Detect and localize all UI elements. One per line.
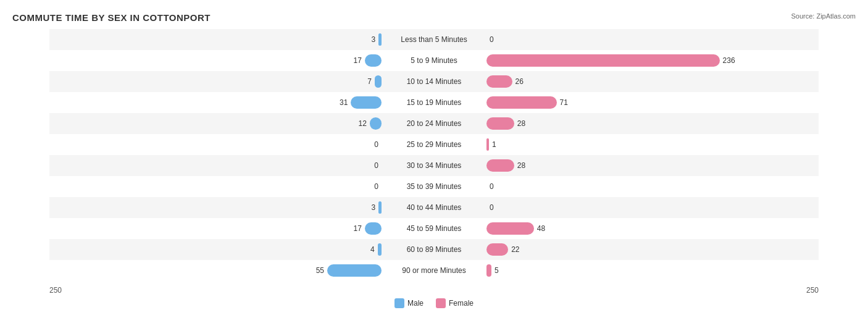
row-inner: 15 to 19 Minutes 31 71 xyxy=(49,92,819,113)
female-value: 71 xyxy=(560,98,568,107)
male-bar-container: 0 xyxy=(374,161,382,170)
row-label: 45 to 59 Minutes xyxy=(407,224,462,233)
row-inner: Less than 5 Minutes 3 0 xyxy=(49,29,819,50)
row-inner: 90 or more Minutes 55 5 xyxy=(49,260,819,281)
row-label: 15 to 19 Minutes xyxy=(407,98,462,107)
female-value: 0 xyxy=(490,182,494,191)
male-bar xyxy=(370,117,382,130)
male-bar xyxy=(375,75,382,88)
row-label: Less than 5 Minutes xyxy=(401,35,467,44)
female-bar-container: 236 xyxy=(486,54,735,67)
female-bar xyxy=(486,159,514,172)
female-value: 26 xyxy=(515,77,524,86)
female-bar xyxy=(486,117,514,130)
male-bar xyxy=(327,264,382,277)
female-bar xyxy=(486,222,534,235)
male-value: 7 xyxy=(367,77,372,86)
male-bar-container: 55 xyxy=(316,264,382,277)
legend: Male Female xyxy=(12,298,856,308)
male-bar xyxy=(351,96,382,109)
male-bar-container: 3 xyxy=(372,33,382,46)
chart-row: 30 to 34 Minutes 0 28 xyxy=(49,155,819,176)
male-bar-container: 3 xyxy=(372,201,382,214)
female-bar xyxy=(486,75,512,88)
male-value: 3 xyxy=(372,203,376,212)
legend-female-box xyxy=(436,298,446,308)
row-label: 90 or more Minutes xyxy=(402,266,465,275)
male-bar-container: 4 xyxy=(370,243,382,256)
chart-row: 10 to 14 Minutes 7 26 xyxy=(49,71,819,92)
axis-right: 250 xyxy=(806,286,819,295)
row-label: 20 to 24 Minutes xyxy=(407,119,462,128)
female-value: 48 xyxy=(537,224,545,233)
female-bar xyxy=(486,54,720,67)
male-value: 0 xyxy=(374,161,378,170)
male-bar xyxy=(365,54,382,67)
male-value: 12 xyxy=(358,119,366,128)
female-value: 1 xyxy=(492,140,496,149)
row-label: 40 to 44 Minutes xyxy=(407,203,462,212)
male-value: 4 xyxy=(370,245,375,254)
male-value: 3 xyxy=(372,35,376,44)
female-value: 0 xyxy=(490,35,494,44)
male-value: 17 xyxy=(353,224,361,233)
row-inner: 30 to 34 Minutes 0 28 xyxy=(49,155,819,176)
female-bar-container: 26 xyxy=(486,75,524,88)
chart-row: 60 to 89 Minutes 4 22 xyxy=(49,239,819,260)
row-label: 35 to 39 Minutes xyxy=(407,182,462,191)
chart-row: 5 to 9 Minutes 17 236 xyxy=(49,50,819,71)
chart-row: 25 to 29 Minutes 0 1 xyxy=(49,134,819,155)
female-bar-container: 0 xyxy=(486,203,494,212)
male-bar-container: 12 xyxy=(358,117,382,130)
male-value: 0 xyxy=(374,182,378,191)
chart-row: 20 to 24 Minutes 12 28 xyxy=(49,113,819,134)
male-bar xyxy=(378,33,382,46)
row-inner: 45 to 59 Minutes 17 48 xyxy=(49,218,819,239)
legend-male-box xyxy=(394,298,404,308)
row-label: 10 to 14 Minutes xyxy=(407,77,462,86)
female-bar xyxy=(486,243,508,256)
row-inner: 40 to 44 Minutes 3 0 xyxy=(49,197,819,218)
row-label: 25 to 29 Minutes xyxy=(407,140,462,149)
legend-male: Male xyxy=(394,298,424,308)
legend-male-label: Male xyxy=(407,299,424,308)
row-label: 5 to 9 Minutes xyxy=(411,56,457,65)
male-value: 55 xyxy=(316,266,324,275)
row-inner: 35 to 39 Minutes 0 0 xyxy=(49,176,819,197)
female-bar-container: 1 xyxy=(486,138,496,151)
male-bar-container: 31 xyxy=(340,96,382,109)
female-bar-container: 22 xyxy=(486,243,520,256)
female-value: 28 xyxy=(517,161,525,170)
row-inner: 5 to 9 Minutes 17 236 xyxy=(49,50,819,71)
female-value: 28 xyxy=(517,119,525,128)
male-bar-container: 0 xyxy=(374,140,382,149)
row-inner: 25 to 29 Minutes 0 1 xyxy=(49,134,819,155)
female-value: 22 xyxy=(511,245,519,254)
chart-row: 40 to 44 Minutes 3 0 xyxy=(49,197,819,218)
legend-female: Female xyxy=(436,298,474,308)
female-bar-container: 5 xyxy=(486,264,499,277)
female-bar-container: 0 xyxy=(486,182,494,191)
row-label: 30 to 34 Minutes xyxy=(407,161,462,170)
male-bar xyxy=(378,201,382,214)
male-bar-container: 17 xyxy=(353,222,382,235)
male-bar-container: 17 xyxy=(353,54,382,67)
chart-row: 15 to 19 Minutes 31 71 xyxy=(49,92,819,113)
female-bar xyxy=(486,138,489,151)
axis-bottom: 250 250 xyxy=(12,281,856,295)
male-value: 0 xyxy=(374,140,378,149)
chart-row: 90 or more Minutes 55 5 xyxy=(49,260,819,281)
female-value: 236 xyxy=(723,56,735,65)
female-bar xyxy=(486,264,491,277)
source-text: Source: ZipAtlas.com xyxy=(791,12,856,20)
chart-row: 35 to 39 Minutes 0 0 xyxy=(49,176,819,197)
row-inner: 60 to 89 Minutes 4 22 xyxy=(49,239,819,260)
female-bar xyxy=(486,96,557,109)
female-value: 0 xyxy=(490,203,494,212)
female-bar-container: 71 xyxy=(486,96,568,109)
chart-container: COMMUTE TIME BY SEX IN COTTONPORT Source… xyxy=(0,0,868,323)
male-bar xyxy=(365,222,382,235)
female-bar-container: 48 xyxy=(486,222,545,235)
male-bar-container: 7 xyxy=(367,75,382,88)
row-label: 60 to 89 Minutes xyxy=(407,245,462,254)
